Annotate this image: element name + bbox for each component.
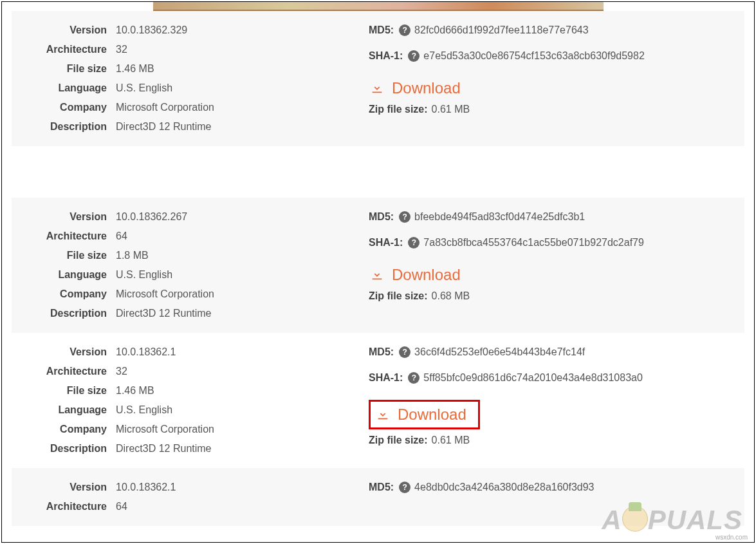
value-version: 10.0.18362.1	[116, 480, 176, 495]
label-version: Version	[12, 344, 116, 360]
help-icon[interactable]: ?	[408, 50, 419, 62]
value-language: U.S. English	[116, 267, 172, 283]
label-language: Language	[12, 267, 116, 283]
label-architecture: Architecture	[12, 229, 116, 244]
file-entries-list: Version10.0.18362.329 Architecture32 Fil…	[12, 11, 744, 526]
value-language: U.S. English	[116, 80, 172, 96]
label-language: Language	[12, 402, 116, 418]
download-text: Download	[392, 79, 461, 97]
label-description: Description	[12, 119, 116, 135]
label-architecture: Architecture	[12, 42, 116, 57]
help-icon[interactable]: ?	[408, 372, 419, 384]
label-md5: MD5:	[369, 344, 398, 360]
download-link[interactable]: Download	[369, 78, 468, 98]
label-version: Version	[12, 23, 116, 38]
label-md5: MD5:	[369, 480, 398, 495]
value-filesize: 1.46 MB	[116, 61, 154, 77]
label-company: Company	[12, 422, 116, 437]
label-company: Company	[12, 100, 116, 115]
download-link[interactable]: Download	[369, 265, 468, 285]
label-md5: MD5:	[369, 209, 398, 225]
value-company: Microsoft Corporation	[116, 422, 214, 437]
value-filesize: 1.8 MB	[116, 248, 149, 263]
entry-right-hashes: MD5:?bfeebde494f5ad83cf0d474e25dfc3b1 SH…	[362, 204, 744, 326]
download-icon	[370, 81, 384, 95]
entry-left-details: Version10.0.18362.1 Architecture64	[12, 474, 362, 520]
value-md5: 4e8db0dc3a4246a380d8e28a160f3d93	[414, 480, 594, 495]
value-version: 10.0.18362.329	[116, 23, 187, 38]
label-architecture: Architecture	[12, 499, 116, 514]
help-icon[interactable]: ?	[399, 482, 410, 493]
source-caption: wsxdn.com	[715, 534, 748, 541]
help-icon[interactable]: ?	[399, 211, 410, 223]
label-zipsize: Zip file size:	[369, 435, 428, 446]
value-architecture: 32	[116, 364, 127, 379]
value-zipsize: 0.61 MB	[432, 435, 470, 446]
value-company: Microsoft Corporation	[116, 100, 214, 115]
label-filesize: File size	[12, 383, 116, 399]
value-zipsize: 0.68 MB	[432, 290, 470, 301]
file-entry: Version10.0.18362.1 Architecture32 File …	[12, 333, 744, 468]
label-sha1: SHA-1:	[369, 48, 407, 64]
label-language: Language	[12, 80, 116, 96]
entry-left-details: Version10.0.18362.329 Architecture32 Fil…	[12, 17, 362, 140]
value-description: Direct3D 12 Runtime	[116, 119, 212, 135]
value-zipsize: 0.61 MB	[432, 104, 470, 115]
label-filesize: File size	[12, 61, 116, 77]
file-entry: Version10.0.18362.267 Architecture64 Fil…	[12, 198, 744, 333]
download-link-highlighted[interactable]: Download	[369, 400, 480, 429]
value-architecture: 64	[116, 229, 127, 244]
entry-right-hashes: MD5:?82fc0d666d1f992d7fee1118e77e7643 SH…	[362, 17, 744, 140]
label-description: Description	[12, 306, 116, 321]
label-zipsize: Zip file size:	[369, 290, 428, 301]
label-zipsize: Zip file size:	[369, 104, 428, 115]
entry-left-details: Version10.0.18362.1 Architecture32 File …	[12, 339, 362, 462]
file-entry: Version10.0.18362.329 Architecture32 Fil…	[12, 11, 744, 146]
label-sha1: SHA-1:	[369, 370, 407, 386]
download-text: Download	[398, 406, 466, 424]
label-version: Version	[12, 480, 116, 495]
value-company: Microsoft Corporation	[116, 286, 214, 302]
label-sha1: SHA-1:	[369, 235, 407, 250]
help-icon[interactable]: ?	[399, 346, 410, 358]
value-description: Direct3D 12 Runtime	[116, 441, 212, 456]
value-md5: 82fc0d666d1f992d7fee1118e77e7643	[414, 23, 589, 38]
value-language: U.S. English	[116, 402, 172, 418]
help-icon[interactable]: ?	[399, 24, 410, 36]
label-md5: MD5:	[369, 23, 398, 38]
label-filesize: File size	[12, 248, 116, 263]
help-icon[interactable]: ?	[408, 237, 419, 249]
entry-left-details: Version10.0.18362.267 Architecture64 Fil…	[12, 204, 362, 326]
watermark-logo: APUALS	[602, 505, 742, 536]
label-company: Company	[12, 286, 116, 302]
label-description: Description	[12, 441, 116, 456]
value-architecture: 32	[116, 42, 127, 57]
value-sha1: 7a83cb8fbca4553764c1ac55be071b927dc2af79	[423, 235, 644, 250]
separator-gap	[12, 146, 744, 198]
value-filesize: 1.46 MB	[116, 383, 154, 399]
value-sha1: e7e5d53a30c0e86754cf153c63a8cb630f9d5982	[423, 48, 644, 64]
label-architecture: Architecture	[12, 364, 116, 379]
value-sha1: 5ff85bfc0e9d861d6c74a2010e43a4e8d31083a0	[423, 370, 643, 386]
top-ad-strip	[153, 2, 604, 11]
label-version: Version	[12, 209, 116, 225]
value-version: 10.0.18362.267	[116, 209, 187, 225]
value-md5: bfeebde494f5ad83cf0d474e25dfc3b1	[414, 209, 585, 225]
download-icon	[376, 408, 390, 422]
value-md5: 36c6f4d5253ef0e6e54b443b4e7fc14f	[414, 344, 585, 360]
value-description: Direct3D 12 Runtime	[116, 306, 212, 321]
mascot-icon	[621, 506, 649, 534]
download-text: Download	[392, 266, 461, 284]
value-version: 10.0.18362.1	[116, 344, 176, 360]
download-icon	[370, 268, 384, 282]
value-architecture: 64	[116, 499, 127, 514]
entry-right-hashes: MD5:?36c6f4d5253ef0e6e54b443b4e7fc14f SH…	[362, 339, 744, 462]
